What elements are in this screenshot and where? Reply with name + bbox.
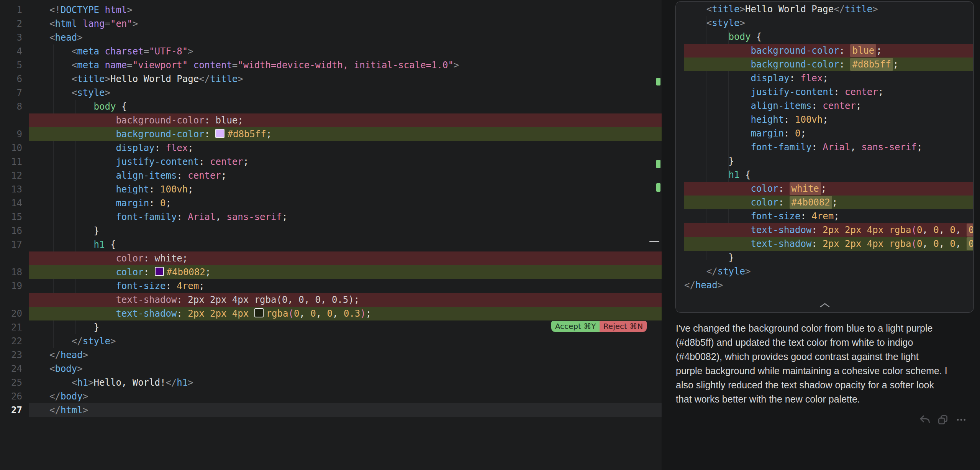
code-line[interactable]: 2<html lang="en">	[0, 17, 662, 31]
code-text: </body>	[29, 389, 662, 403]
code-line: <title>Hello World Page</title>	[684, 2, 973, 16]
code-line[interactable]: 15 font-family: Arial, sans-serif;	[0, 210, 662, 224]
diff-removed-line[interactable]: background-color: blue;	[0, 113, 662, 127]
code-line[interactable]: 6 <title>Hello World Page</title>	[0, 72, 662, 86]
code-line[interactable]: 4 <meta charset="UTF-8">	[0, 44, 662, 58]
code-line[interactable]: 26</body>	[0, 389, 662, 403]
scroll-position-indicator	[649, 241, 659, 242]
line-number: 27	[0, 403, 29, 417]
scrollbar-diff-marker	[656, 78, 660, 85]
code-line[interactable]: 13 height: 100vh;	[0, 182, 662, 196]
line-number: 7	[0, 86, 29, 100]
line-number: 11	[0, 155, 29, 169]
code-text: justify-content: center;	[29, 155, 662, 169]
code-line[interactable]: 19 font-size: 4rem;	[0, 279, 662, 293]
diff-added-line[interactable]: 18 color: #4b0082;	[0, 265, 662, 279]
editor-pane[interactable]: 1<!DOCTYPE html>2<html lang="en">3<head>…	[0, 0, 662, 470]
code-line: </style>	[684, 265, 973, 278]
diff-added-line[interactable]: 20 text-shadow: 2px 2px 4px rgba(0, 0, 0…	[0, 307, 662, 320]
code-line: justify-content: center;	[684, 85, 973, 99]
code-text: <html lang="en">	[29, 17, 662, 31]
message-line: also slightly reduced the text shadow op…	[676, 378, 963, 392]
code-line[interactable]: 7 <style>	[0, 86, 662, 100]
code-text: <title>Hello World Page</title>	[29, 72, 662, 86]
ide-window: 1<!DOCTYPE html>2<html lang="en">3<head>…	[0, 0, 980, 470]
code-line[interactable]: 16 }	[0, 224, 662, 238]
code-text: <body>	[29, 362, 662, 376]
diff-removed-line[interactable]: color: white;	[0, 251, 662, 265]
code-text: color: white;	[29, 251, 662, 265]
reject-button[interactable]: Reject ⌘N	[600, 321, 647, 332]
diff-added-line[interactable]: 9 background-color: #d8b5ff;	[0, 127, 662, 141]
code-text: display: flex;	[29, 141, 662, 155]
line-number	[0, 251, 29, 265]
diff-added-line: background-color: #d8b5ff;	[684, 58, 973, 71]
ellipsis-icon	[955, 414, 967, 426]
line-number: 23	[0, 348, 29, 362]
line-number: 2	[0, 17, 29, 31]
line-number: 10	[0, 141, 29, 155]
code-text: body {	[29, 100, 662, 113]
message-line: (#d8b5ff) and updated the text color fro…	[676, 335, 963, 350]
line-number	[0, 293, 29, 307]
undo-button[interactable]	[918, 413, 931, 426]
code-text: background-color: blue;	[29, 113, 662, 127]
line-number: 25	[0, 376, 29, 389]
code-text: }	[29, 224, 662, 238]
code-text: h1 {	[29, 238, 662, 251]
code-text: </style>	[29, 334, 662, 348]
code-line[interactable]: 17 h1 {	[0, 238, 662, 251]
diff-removed-line[interactable]: text-shadow: 2px 2px 4px rgba(0, 0, 0, 0…	[0, 293, 662, 307]
code-line: align-items: center;	[684, 99, 973, 113]
code-line[interactable]: 11 justify-content: center;	[0, 155, 662, 169]
line-number: 18	[0, 265, 29, 279]
code-line[interactable]: 1<!DOCTYPE html>	[0, 3, 662, 17]
more-button[interactable]	[955, 413, 968, 426]
code-line[interactable]: 12 align-items: center;	[0, 169, 662, 182]
color-swatch	[254, 308, 264, 317]
assistant-panel: <title>Hello World Page</title> <style> …	[662, 0, 980, 470]
line-number: 4	[0, 44, 29, 58]
undo-icon	[919, 414, 930, 426]
code-line[interactable]: 5 <meta name="viewport" content="width=d…	[0, 58, 662, 72]
color-swatch	[155, 267, 164, 276]
line-number: 1	[0, 3, 29, 17]
line-number: 24	[0, 362, 29, 376]
code-line[interactable]: 25 <h1>Hello, World!</h1>	[0, 376, 662, 389]
message-line: that works better with the new color pal…	[676, 392, 963, 406]
line-number	[0, 113, 29, 127]
code-line[interactable]: 8 body {	[0, 100, 662, 113]
diff-preview-lines: <title>Hello World Page</title> <style> …	[684, 2, 973, 292]
code-line[interactable]: 24<body>	[0, 362, 662, 376]
message-line: (#4b0082), which provides good contrast …	[676, 350, 963, 364]
accept-button[interactable]: Accept ⌘Y	[551, 321, 600, 332]
code-line: height: 100vh;	[684, 113, 973, 127]
scrollbar-diff-marker	[656, 183, 660, 192]
line-number: 3	[0, 31, 29, 44]
message-line: I've changed the background color from b…	[676, 321, 963, 335]
code-line[interactable]: 3<head>	[0, 31, 662, 44]
line-number: 14	[0, 196, 29, 210]
code-line[interactable]: 10 display: flex;	[0, 141, 662, 155]
code-line[interactable]: 27</html>	[0, 403, 662, 417]
assistant-message: I've changed the background color from b…	[676, 321, 963, 406]
code-text: <!DOCTYPE html>	[29, 3, 662, 17]
code-text: </html>	[29, 403, 662, 417]
copy-button[interactable]	[936, 413, 949, 426]
code-line: margin: 0;	[684, 127, 973, 140]
code-text: font-size: 4rem;	[29, 279, 662, 293]
code-line: font-family: Arial, sans-serif;	[684, 140, 973, 154]
message-line: purple background while maintaining a co…	[676, 364, 963, 378]
code-line[interactable]: 23</head>	[0, 348, 662, 362]
code-line[interactable]: 22 </style>	[0, 334, 662, 348]
code-text: <meta name="viewport" content="width=dev…	[29, 58, 662, 72]
diff-removed-line: color: white;	[684, 182, 973, 196]
collapse-chevron-icon[interactable]	[818, 301, 831, 309]
line-number: 9	[0, 127, 29, 141]
code-text: </head>	[29, 348, 662, 362]
diff-added-line: text-shadow: 2px 2px 4px rgba(0, 0, 0, 0…	[684, 237, 973, 251]
copy-icon	[937, 414, 949, 426]
code-line[interactable]: 14 margin: 0;	[0, 196, 662, 210]
code-line: font-size: 4rem;	[684, 209, 973, 223]
diff-added-line: color: #4b0082;	[684, 196, 973, 209]
